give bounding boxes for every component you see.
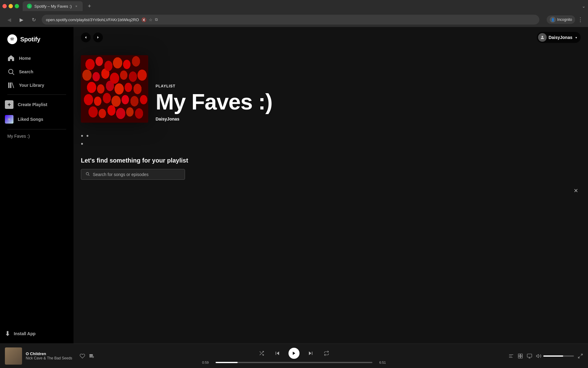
svg-rect-27 [527, 354, 532, 357]
app-container: Spotify Home Search Your Library [0, 27, 588, 343]
address-bar: ◀ ▶ ↻ open.spotify.com/playlist/3Yri9ohL… [0, 12, 588, 27]
find-songs-section: Let's find something for your playlist S… [74, 151, 588, 186]
sidebar-divider-2 [7, 129, 66, 129]
main-header: DaisyJonas ▾ [74, 27, 588, 48]
svg-line-2 [13, 73, 14, 75]
browser-reload-btn[interactable]: ↻ [29, 15, 38, 24]
queue-btn[interactable] [518, 353, 523, 359]
svg-point-0 [9, 36, 15, 42]
install-app-btn[interactable]: ⬇ Install App [0, 326, 74, 341]
sidebar-item-library-label: Your Library [19, 83, 44, 88]
spotify-logo-text: Spotify [20, 36, 40, 43]
player-controls: 0:59 6:51 [97, 348, 491, 364]
browser-back-btn[interactable]: ◀ [5, 15, 13, 24]
forward-nav-btn[interactable] [93, 33, 103, 42]
sidebar-item-home-label: Home [19, 56, 31, 61]
fullscreen-btn[interactable] [578, 353, 583, 359]
playlist-header: PLAYLIST My Faves :) DaisyJonas [74, 48, 588, 129]
player-right [491, 353, 583, 359]
time-current: 0:59 [202, 361, 213, 364]
download-icon: ⬇ [5, 330, 10, 337]
svg-point-5 [542, 36, 543, 37]
sidebar-create-playlist[interactable]: + Create Playlist [0, 97, 74, 112]
browser-forward-btn[interactable]: ▶ [17, 15, 26, 24]
player-track-artist[interactable]: Nick Cave & The Bad Seeds [26, 356, 72, 360]
like-track-btn[interactable] [80, 353, 85, 359]
add-to-queue-btn[interactable] [89, 353, 94, 359]
traffic-lights [2, 4, 19, 8]
create-playlist-label: Create Playlist [18, 102, 47, 107]
split-screen-icon: ⧉ [155, 17, 158, 22]
search-bar-icon [85, 172, 90, 177]
play-pause-btn[interactable] [288, 348, 300, 359]
player-controls-btns [257, 348, 331, 359]
progress-bar[interactable] [216, 362, 372, 363]
tab-title: Spotify – My Faves :) [34, 4, 72, 9]
close-window-btn[interactable] [2, 4, 7, 8]
incognito-avatar: 👤 [550, 17, 556, 23]
svg-rect-4 [10, 82, 11, 88]
nav-arrows [81, 33, 103, 42]
lyrics-btn[interactable] [508, 353, 514, 359]
install-app-label: Install App [14, 331, 36, 336]
sidebar-nav: Home Search Your Library [0, 52, 74, 92]
liked-songs-icon: ♥ [5, 115, 13, 124]
playlist-info: PLAYLIST My Faves :) DaisyJonas [156, 84, 581, 123]
sidebar-item-library[interactable]: Your Library [2, 79, 71, 92]
repeat-btn[interactable] [322, 348, 331, 358]
sidebar-item-search[interactable]: Search [2, 65, 71, 79]
player-track-name[interactable]: O Children [26, 351, 72, 356]
player-album-image [5, 347, 22, 365]
next-track-btn[interactable] [306, 348, 315, 358]
svg-line-13 [262, 354, 264, 355]
tab-favicon: ♫ [27, 4, 32, 9]
svg-line-32 [578, 356, 580, 358]
browser-menu-btn[interactable]: ⋮ [578, 16, 583, 23]
sidebar-logo[interactable]: Spotify [0, 29, 74, 52]
user-name: DaisyJonas [548, 35, 572, 40]
volume-icon[interactable] [536, 353, 541, 359]
url-text: open.spotify.com/playlist/3Yri9ohLVFAKr1… [46, 17, 139, 22]
user-avatar [538, 33, 547, 42]
url-bar[interactable]: open.spotify.com/playlist/3Yri9ohLVFAKr1… [42, 15, 539, 25]
volume-slider[interactable] [543, 355, 574, 357]
back-nav-btn[interactable] [81, 33, 91, 42]
url-bar-icons: 🔇 ☆ ⧉ [141, 17, 158, 22]
sidebar-divider [7, 94, 66, 95]
prev-track-btn[interactable] [273, 348, 282, 358]
incognito-profile-btn[interactable]: 👤 Incognito [547, 15, 575, 24]
volume-bar [536, 353, 574, 359]
more-options-btn[interactable]: • • • [81, 135, 91, 145]
svg-point-11 [92, 356, 94, 358]
sidebar-playlist-my-faves[interactable]: My Faves :) [0, 132, 74, 140]
svg-line-31 [581, 354, 582, 355]
close-find-songs-btn[interactable]: ✕ [571, 186, 581, 196]
sidebar-liked-songs[interactable]: ♥ Liked Songs [0, 112, 74, 127]
user-menu[interactable]: DaisyJonas ▾ [537, 32, 581, 43]
tab-overflow-btn[interactable]: ⌄ [582, 4, 586, 9]
new-tab-btn[interactable]: + [85, 2, 94, 10]
maximize-window-btn[interactable] [15, 4, 19, 8]
svg-line-14 [260, 351, 261, 353]
main-content: DaisyJonas ▾ PLAYLIST My Faves :) DaisyJ… [74, 27, 588, 343]
find-songs-title: Let's find something for your playlist [81, 157, 581, 164]
browser-tab[interactable]: ♫ Spotify – My Faves :) × [23, 1, 83, 11]
find-songs-search-bar[interactable]: Search for songs or episodes [81, 169, 185, 180]
tab-close-btn[interactable]: × [74, 4, 78, 8]
time-total: 6:51 [375, 361, 386, 364]
find-songs-wrapper: Let's find something for your playlist S… [74, 151, 588, 186]
sidebar-item-home[interactable]: Home [2, 52, 71, 65]
player-bar: O Children Nick Cave & The Bad Seeds [0, 343, 588, 368]
browser-chrome: ♫ Spotify – My Faves :) × + ⌄ ◀ ▶ ↻ open… [0, 0, 588, 27]
svg-marker-15 [277, 351, 279, 355]
search-icon [7, 68, 15, 75]
minimize-window-btn[interactable] [9, 4, 13, 8]
svg-rect-3 [8, 82, 9, 88]
sidebar-playlist-label: My Faves :) [7, 134, 30, 139]
svg-marker-30 [537, 354, 539, 358]
player-album-art [5, 347, 22, 365]
devices-btn[interactable] [527, 353, 532, 359]
incognito-label: Incognito [557, 17, 572, 22]
playlist-cover [81, 55, 148, 123]
shuffle-btn[interactable] [257, 348, 266, 358]
